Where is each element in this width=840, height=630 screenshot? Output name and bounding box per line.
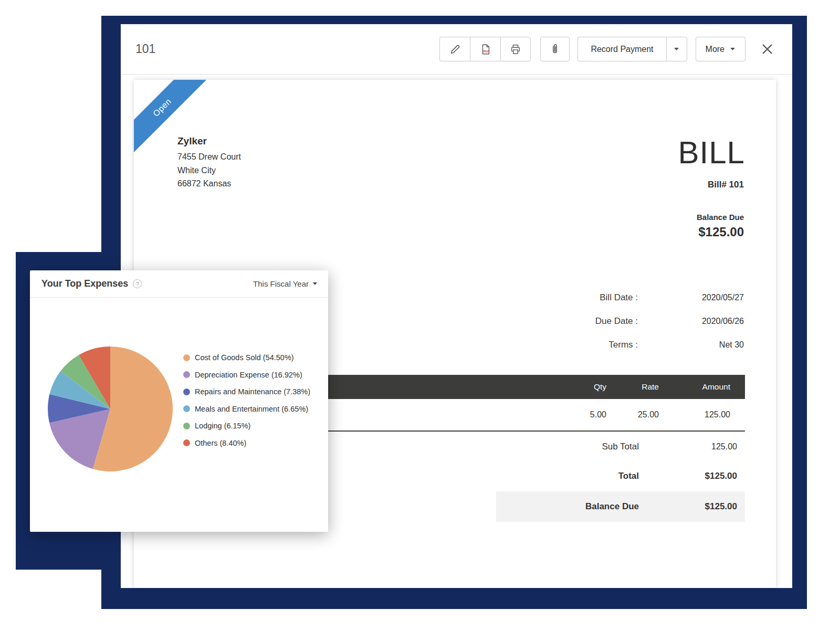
chevron-down-icon: [674, 47, 679, 51]
legend-color-dot: [183, 388, 190, 395]
legend-item: Others (8.40%): [183, 435, 310, 452]
totals-section: Sub Total 125.00 Total $125.00 Balance D…: [496, 433, 745, 522]
column-header-amount: Amount: [659, 382, 730, 392]
document-type-heading: BILL: [678, 136, 745, 169]
legend-label: Meals and Entertainment (6.65%): [195, 405, 308, 413]
record-payment-button[interactable]: Record Payment: [578, 37, 666, 61]
due-date-value: 2020/06/26: [638, 317, 744, 326]
print-button[interactable]: [500, 37, 531, 61]
more-button[interactable]: More: [696, 37, 746, 61]
expenses-pie-chart: [42, 341, 178, 477]
total-label: Total: [496, 471, 639, 481]
balance-due-amount: $125.00: [698, 225, 744, 239]
period-selector-label: This Fiscal Year: [253, 279, 309, 288]
attachment-button[interactable]: [540, 37, 570, 61]
printer-icon: [510, 44, 521, 55]
period-selector[interactable]: This Fiscal Year: [253, 279, 318, 288]
expenses-legend: Cost of Goods Sold (54.50%)Depreciation …: [183, 349, 310, 452]
toolbar: 101 PDF Record Payme: [121, 24, 792, 75]
edit-button[interactable]: [439, 37, 470, 61]
balance-due-row-value: $125.00: [639, 501, 745, 512]
bill-date-label: Bill Date :: [471, 292, 638, 303]
subtotal-row: Sub Total 125.00: [496, 433, 745, 461]
vendor-address-line: White City: [177, 164, 241, 177]
legend-color-dot: [183, 439, 190, 446]
record-payment-split-button: Record Payment: [578, 37, 687, 61]
total-value: $125.00: [639, 471, 745, 481]
document-actions-group: PDF: [439, 37, 531, 61]
vendor-address-line: 7455 Drew Court: [177, 150, 241, 164]
legend-label: Lodging (6.15%): [195, 422, 250, 430]
subtotal-value: 125.00: [639, 442, 745, 452]
expenses-card-title: Your Top Expenses: [41, 278, 128, 289]
bill-date-row: Bill Date : 2020/05/27: [471, 286, 744, 309]
item-amount: 125.00: [659, 410, 730, 419]
item-qty: 5.00: [542, 410, 606, 419]
help-icon[interactable]: ?: [133, 279, 142, 288]
legend-item: Cost of Goods Sold (54.50%): [183, 349, 310, 366]
legend-color-dot: [183, 354, 190, 361]
legend-item: Repairs and Maintenance (7.38%): [183, 383, 310, 401]
expenses-card-header: Your Top Expenses ? This Fiscal Year: [30, 270, 328, 298]
legend-item: Depreciation Expense (16.92%): [183, 366, 310, 384]
total-row: Total $125.00: [496, 461, 745, 491]
export-pdf-button[interactable]: PDF: [470, 37, 500, 61]
more-button-label: More: [706, 45, 724, 54]
balance-due-row: Balance Due $125.00: [496, 491, 745, 522]
bill-date-value: 2020/05/27: [638, 293, 744, 302]
toolbar-actions: PDF Record Payment More: [439, 37, 776, 61]
paperclip-icon: [549, 44, 561, 55]
vendor-name: Zylker: [177, 135, 241, 147]
chevron-down-icon: [730, 47, 736, 51]
legend-item: Lodging (6.15%): [183, 417, 310, 435]
close-button[interactable]: [758, 40, 776, 58]
pencil-icon: [449, 44, 461, 55]
subtotal-label: Sub Total: [496, 442, 639, 452]
chevron-down-icon: [312, 282, 318, 286]
top-expenses-card: Your Top Expenses ? This Fiscal Year Cos…: [30, 270, 328, 532]
pdf-file-icon: PDF: [480, 44, 491, 55]
vendor-address-block: Zylker 7455 Drew Court White City 66872 …: [177, 135, 241, 191]
bill-meta: Bill Date : 2020/05/27 Due Date : 2020/0…: [471, 286, 744, 356]
bill-number: Bill# 101: [708, 180, 744, 190]
vendor-address-line: 66872 Kansas: [177, 177, 241, 191]
terms-label: Terms :: [471, 340, 638, 350]
record-payment-dropdown-button[interactable]: [666, 37, 687, 61]
due-date-label: Due Date :: [471, 316, 638, 327]
column-header-qty: Qty: [542, 382, 606, 392]
close-icon: [760, 42, 774, 56]
page-title: 101: [135, 42, 155, 56]
balance-due-row-label: Balance Due: [496, 501, 639, 512]
column-header-rate: Rate: [606, 382, 659, 392]
terms-row: Terms : Net 30: [471, 333, 744, 356]
legend-label: Cost of Goods Sold (54.50%): [195, 353, 294, 362]
legend-item: Meals and Entertainment (6.65%): [183, 401, 310, 418]
legend-color-dot: [183, 405, 190, 412]
legend-color-dot: [183, 371, 190, 378]
screenshot-canvas: 101 PDF Record Payme: [0, 0, 840, 630]
due-date-row: Due Date : 2020/06/26: [471, 309, 744, 333]
legend-label: Repairs and Maintenance (7.38%): [195, 387, 310, 396]
item-rate: 25.00: [606, 410, 659, 419]
terms-value: Net 30: [638, 340, 744, 350]
svg-text:PDF: PDF: [483, 49, 489, 52]
legend-label: Depreciation Expense (16.92%): [195, 371, 302, 379]
balance-due-label: Balance Due: [697, 213, 744, 222]
legend-color-dot: [183, 423, 190, 429]
legend-label: Others (8.40%): [195, 439, 246, 447]
